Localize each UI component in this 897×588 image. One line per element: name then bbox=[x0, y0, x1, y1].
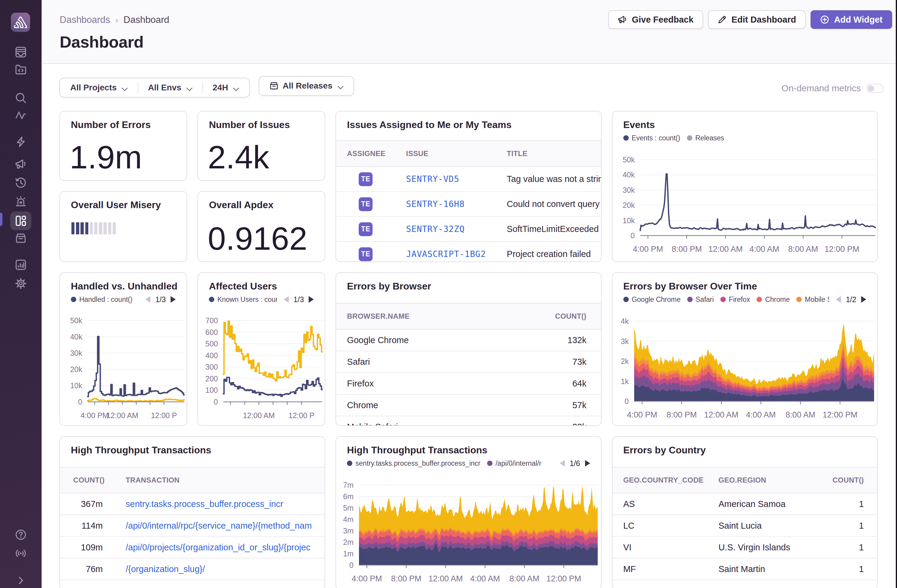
discover-icon[interactable] bbox=[15, 110, 26, 121]
legend-item[interactable]: Safari bbox=[687, 295, 714, 304]
widget-issues-assigned[interactable]: Issues Assigned to Me or My Teams ASSIGN… bbox=[335, 111, 601, 262]
assignee-avatar[interactable]: TE bbox=[359, 222, 372, 236]
svg-text:600: 600 bbox=[205, 328, 218, 336]
widget-number-of-errors[interactable]: Number of Errors 1.9m bbox=[60, 111, 187, 181]
widget-number-of-issues[interactable]: Number of Issues 2.4k bbox=[197, 111, 325, 181]
issue-cell: SENTRY-VD5 bbox=[395, 174, 507, 184]
previous-page-icon[interactable] bbox=[145, 296, 150, 303]
widget-high-throughput-chart[interactable]: High Throughput Transactions sentry.task… bbox=[335, 436, 601, 588]
transaction-link[interactable]: sentry.tasks.process_buffer.process_incr bbox=[126, 499, 283, 509]
widget-events[interactable]: Events Events : count()Releases 010k20k3… bbox=[612, 111, 878, 262]
previous-page-icon[interactable] bbox=[560, 460, 565, 467]
broadcasts-icon[interactable] bbox=[15, 548, 26, 559]
browser-count-cell: 73k bbox=[535, 357, 601, 367]
browser-name-cell: Chrome bbox=[336, 400, 534, 410]
plus-circle-icon bbox=[820, 15, 829, 24]
country-code-cell: MF bbox=[612, 564, 719, 574]
transaction-link[interactable]: /api/0/internal/rpc/{service_name}/{meth… bbox=[126, 521, 312, 530]
breadcrumb: Dashboards › Dashboard bbox=[60, 14, 169, 25]
widget-errors-by-browser-over-time[interactable]: Errors by Browser Over Time Google Chrom… bbox=[612, 272, 878, 426]
transaction-link[interactable]: /{organization_slug}/ bbox=[126, 564, 205, 574]
widget-high-throughput-table[interactable]: High Throughput Transactions COUNT() TRA… bbox=[60, 436, 325, 588]
next-page-icon[interactable] bbox=[171, 296, 176, 303]
legend-item[interactable]: sentry.tasks.process_buffer.process_incr bbox=[347, 460, 481, 467]
assignee-avatar[interactable]: TE bbox=[359, 172, 372, 186]
widget-apdex[interactable]: Overall Apdex 0.9162 bbox=[197, 191, 325, 262]
legend-item[interactable]: Chrome bbox=[756, 295, 790, 304]
browser-table-row: Firefox64k bbox=[336, 373, 601, 395]
previous-page-icon[interactable] bbox=[284, 296, 289, 303]
transaction-cell: sentry.tasks.process_buffer.process_incr bbox=[126, 499, 325, 509]
assignee-avatar[interactable]: TE bbox=[359, 197, 372, 211]
handled-chart[interactable]: 010k20k30k40k50k4:00 PM12:00 AM12:00 P bbox=[60, 312, 187, 425]
issue-link[interactable]: SENTRY-16H8 bbox=[406, 199, 464, 209]
issues-icon[interactable] bbox=[15, 46, 26, 58]
collapse-icon[interactable] bbox=[15, 575, 26, 586]
environment-filter[interactable]: All Envs bbox=[138, 78, 202, 97]
ht-row-content: 76m/{organization_slug}/ bbox=[60, 559, 325, 580]
ondemand-toggle[interactable] bbox=[866, 84, 884, 93]
browser-table-row: Mobile Safari33k bbox=[336, 416, 601, 426]
help-icon[interactable] bbox=[15, 529, 26, 541]
svg-text:8:00 AM: 8:00 AM bbox=[788, 244, 818, 254]
widget-errors-by-browser[interactable]: Errors by Browser BROWSER.NAME COUNT() G… bbox=[335, 272, 601, 426]
ht-chart[interactable]: 01m2m3m4m5m6m7m4:00 PM8:00 PM12:00 AM4:0… bbox=[336, 475, 601, 588]
legend-item[interactable]: Handled : count() bbox=[71, 295, 132, 304]
replays-icon[interactable] bbox=[15, 177, 26, 189]
issue-link[interactable]: SENTRY-32ZQ bbox=[406, 224, 464, 234]
svg-text:400: 400 bbox=[205, 351, 218, 360]
widget-title: Overall Apdex bbox=[198, 192, 325, 211]
projects-icon[interactable] bbox=[15, 64, 26, 75]
affected-chart[interactable]: 010020030040050060070012:00 AM12:00 P bbox=[198, 312, 325, 425]
legend-item[interactable]: Releases bbox=[687, 134, 724, 142]
stats-icon[interactable] bbox=[15, 259, 26, 270]
legend-dot bbox=[720, 297, 726, 302]
widget-handled-unhandled[interactable]: Handled vs. Unhandled Handled : count()1… bbox=[60, 272, 187, 426]
svg-text:8:00 PM: 8:00 PM bbox=[666, 410, 697, 419]
date-range-filter[interactable]: 24H bbox=[202, 78, 249, 97]
issue-link[interactable]: SENTRY-VD5 bbox=[406, 174, 459, 184]
alerts-icon[interactable] bbox=[15, 196, 26, 207]
settings-icon[interactable] bbox=[15, 278, 26, 289]
app-root: Dashboards › Dashboard Dashboard Give Fe… bbox=[0, 0, 897, 588]
release-filter[interactable]: All Releases bbox=[259, 76, 354, 95]
legend-item[interactable]: Mobile S bbox=[796, 295, 829, 304]
dashboards-icon[interactable] bbox=[15, 215, 26, 226]
ht-table-row: 114m/api/0/internal/rpc/{service_name}/{… bbox=[60, 515, 325, 537]
svg-text:30k: 30k bbox=[70, 349, 83, 357]
next-page-icon[interactable] bbox=[309, 296, 314, 303]
performance-icon[interactable] bbox=[15, 136, 26, 148]
project-filter[interactable]: All Projects bbox=[60, 78, 138, 97]
issues-table-row: TESENTRY-16H8Could not convert query bbox=[336, 192, 601, 217]
edit-dashboard-button[interactable]: Edit Dashboard bbox=[708, 10, 806, 29]
widget-errors-by-country[interactable]: Errors by Country GEO.COUNTRY_CODE GEO.R… bbox=[612, 436, 878, 588]
svg-text:2k: 2k bbox=[621, 357, 629, 365]
next-page-icon[interactable] bbox=[585, 460, 590, 467]
assignee-avatar[interactable]: TE bbox=[359, 247, 372, 261]
sentry-logo[interactable] bbox=[11, 13, 30, 32]
previous-page-icon[interactable] bbox=[836, 296, 841, 303]
add-widget-button[interactable]: Add Widget bbox=[810, 10, 892, 29]
events-chart[interactable]: 010k20k30k40k50k4:00 PM8:00 PM12:00 AM4:… bbox=[612, 150, 877, 261]
breadcrumb-dashboards[interactable]: Dashboards bbox=[60, 14, 110, 25]
legend-item[interactable]: Google Chrome bbox=[623, 295, 681, 304]
give-feedback-button[interactable]: Give Feedback bbox=[608, 10, 703, 29]
big-number-errors: 1.9m bbox=[70, 141, 142, 174]
svg-text:200: 200 bbox=[205, 374, 218, 383]
legend-item[interactable]: /api/0/internal/r bbox=[487, 460, 541, 467]
legend-item[interactable]: Events : count() bbox=[623, 134, 680, 142]
search-icon[interactable] bbox=[15, 92, 26, 104]
browsers-over-time-chart[interactable]: 01k2k3k4k4:00 PM8:00 PM12:00 AM4:00 AM8:… bbox=[612, 312, 877, 425]
legend-item[interactable]: Firefox bbox=[720, 295, 750, 304]
transaction-link[interactable]: /api/0/projects/{organization_id_or_slug… bbox=[126, 542, 311, 552]
widget-affected-users[interactable]: Affected Users Known Users : cour1/3 010… bbox=[197, 272, 325, 426]
assignee-cell: TE bbox=[336, 222, 395, 236]
legend-item[interactable]: Known Users : cour bbox=[209, 295, 277, 304]
issue-link[interactable]: JAVASCRIPT-1BG2 bbox=[406, 249, 486, 259]
svg-text:4m: 4m bbox=[343, 515, 354, 524]
widget-user-misery[interactable]: Overall User Misery bbox=[60, 191, 187, 262]
archive-icon[interactable] bbox=[15, 232, 26, 244]
next-page-icon[interactable] bbox=[861, 296, 866, 303]
svg-text:4:00 PM: 4:00 PM bbox=[627, 410, 657, 419]
releases-icon[interactable] bbox=[15, 159, 26, 170]
